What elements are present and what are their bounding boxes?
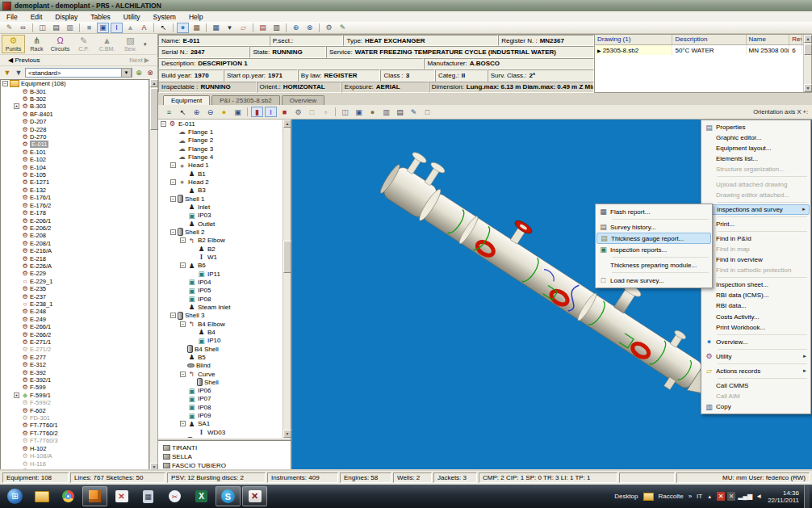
barrel-icon[interactable]: ● — [366, 107, 379, 117]
new-window-icon[interactable]: ◫ — [36, 23, 48, 33]
equipment-item-e-101[interactable]: −⚙E-101 — [1, 149, 149, 156]
structure-tree-scrollbar[interactable]: ▲ ▼ — [283, 120, 291, 438]
scrollbar-thumb[interactable] — [804, 44, 812, 55]
equipment-item-e-218[interactable]: −⚙E-218 — [1, 254, 149, 262]
structure-item-shell-1[interactable]: −Shell 1 — [158, 195, 283, 203]
structure-item-ip08[interactable]: −▣IP08 — [158, 403, 283, 411]
column-header-name[interactable]: Name — [747, 35, 790, 44]
equipment-item-e-237[interactable]: −⚙E-237 — [1, 292, 149, 300]
yellow-frame-icon[interactable]: □ — [306, 107, 318, 117]
menu-item-thickness-preparing-module[interactable]: Thickness preparing module... — [596, 259, 711, 271]
menu-item-load-new-survey[interactable]: □Load new survey... — [596, 275, 711, 286]
equipment-item-b-303[interactable]: +⚙B-303 — [1, 103, 149, 110]
antivirus-tray-icon[interactable]: ✕ — [727, 492, 735, 501]
menu-item-graphic-editor[interactable]: Graphic editor... — [702, 132, 810, 143]
zoom-in-icon[interactable]: ⊕ — [190, 107, 203, 117]
menu-item-print-workbook[interactable]: Print Workbook... — [702, 322, 810, 333]
drawing-row[interactable]: ▶25305-8.sb250°C WATERMN 25308 0086 — [595, 45, 811, 55]
raccolte-folder-icon[interactable] — [643, 493, 654, 501]
select-cursor-icon[interactable]: ↖ — [157, 23, 170, 33]
structure-item-flange-2[interactable]: −☁Flange 2 — [158, 136, 283, 145]
sync-remove-icon[interactable]: ⊗ — [145, 69, 155, 77]
mode-sew-button[interactable]: ▨Sew. — [119, 35, 142, 53]
scroll-down-icon[interactable]: ▼ — [283, 430, 291, 438]
structure-item-sa1[interactable]: −♟SA1 — [158, 420, 283, 428]
structure-item-wd03[interactable]: −IWD03 — [158, 428, 283, 436]
toolbar-overflow-chevron[interactable]: » — [689, 493, 692, 500]
structure-item-b2[interactable]: −♟B2 — [158, 245, 283, 253]
menu-item-equipment-layout[interactable]: Equipment layout... — [702, 143, 810, 153]
structure-item-ip09[interactable]: −▣IP09 — [158, 411, 283, 419]
menu-item-help[interactable]: Help — [182, 13, 209, 21]
print-report-icon[interactable]: ▤ — [257, 23, 269, 33]
menu-item-display[interactable]: Display — [48, 13, 84, 21]
structure-item-b6[interactable]: −♟B6 — [158, 262, 283, 270]
filter-select[interactable]: <standard> ▼ — [25, 68, 132, 78]
weld-ibeam-icon[interactable]: I — [265, 107, 277, 117]
dashed-frame-icon[interactable]: ▫ — [320, 107, 332, 117]
equipment-item-d-270[interactable]: −⚙D-270 — [1, 133, 149, 141]
marker-a-icon[interactable]: A — [138, 23, 150, 33]
clock[interactable]: 14:36 22/11/2011 — [768, 489, 799, 504]
expander-icon[interactable]: − — [170, 179, 176, 185]
find-binoculars-icon[interactable]: ∞ — [17, 23, 29, 33]
structure-item-b4-shell[interactable]: −B4 Shell — [158, 345, 283, 353]
equipment-item-e-238-1[interactable]: −○E-238_1 — [1, 300, 149, 308]
equipment-item-e-105[interactable]: −⚙E-105 — [1, 171, 149, 178]
menu-item-inspection-sheet[interactable]: Inspection sheet... — [702, 279, 810, 290]
window-gear-icon[interactable]: ⚙ — [323, 23, 335, 33]
equipment-item-e-176-1[interactable]: −⚙E-176/1 — [1, 194, 149, 201]
equipment-item-h-102[interactable]: −⚙H-102 — [1, 445, 149, 452]
mode-overflow-caret-icon[interactable]: ▾ — [144, 41, 147, 48]
edit-doc-icon[interactable]: ✎ — [408, 107, 420, 117]
explorer-taskbar-button[interactable] — [29, 486, 54, 506]
column-header-rev[interactable]: Rev. — [789, 35, 802, 44]
red-box-icon[interactable]: ■ — [278, 107, 291, 117]
structure-item-curve[interactable]: −↰Curve — [158, 370, 283, 378]
structure-item-head-1[interactable]: −●Head 1 — [158, 162, 283, 170]
equipment-item-e-176-2[interactable]: −⚙E-176/2 — [1, 202, 149, 209]
exit-view-icon[interactable]: ▮ — [251, 107, 263, 117]
structure-item-outlet[interactable]: −♟Outlet — [158, 220, 283, 228]
scrollbar-thumb[interactable] — [283, 241, 291, 273]
equipment-item-e-271-2[interactable]: −⚙E-271/2 — [1, 346, 149, 353]
structure-item-head-2[interactable]: −●Head 2 — [158, 178, 283, 186]
scrollbar-thumb[interactable] — [150, 88, 158, 130]
component-item-sella[interactable]: SELLA — [163, 452, 291, 461]
equipment-item-d-207[interactable]: −⚙D-207 — [1, 118, 149, 125]
structure-item-b3[interactable]: −♟B3 — [158, 187, 283, 195]
volume-tray-icon[interactable]: ◄ — [755, 492, 763, 501]
mode-rack-button[interactable]: ⋔Rack — [25, 35, 48, 53]
select-arrow-icon[interactable]: ↖ — [177, 107, 189, 117]
desktop-toolbar-label[interactable]: Desktop — [614, 493, 638, 500]
equipment-item-e-208-1[interactable]: −⚙E-208/1 — [1, 240, 149, 247]
mode-c-bm-button[interactable]: ▲C.BM. — [95, 35, 119, 53]
xapp-taskbar-button[interactable] — [242, 486, 267, 506]
menu-item-copy[interactable]: ▥Copy — [702, 401, 810, 412]
mode-c-p-button[interactable]: ✎C.P. — [72, 35, 95, 53]
raccolte-label[interactable]: Raccolte — [659, 493, 684, 500]
edit-document-icon[interactable]: ✎ — [3, 23, 15, 33]
sync-add-icon[interactable]: ⊕ — [134, 69, 144, 77]
tab-overview[interactable]: Overview — [282, 95, 324, 105]
structure-item-b5[interactable]: −♟B5 — [158, 353, 283, 361]
structure-item-b4-elbow[interactable]: −↰B4 Elbow — [158, 320, 283, 328]
menu-item-flash-report[interactable]: ▦Flash report... — [596, 206, 711, 217]
menu-item-call-cmms[interactable]: Call CMMS — [702, 380, 810, 391]
equipment-item-e-277[interactable]: −⚙E-277 — [1, 354, 149, 361]
equipment-item-e-266-1[interactable]: −⚙E-266/1 — [1, 323, 149, 330]
equipment-item-e-271-1[interactable]: −⚙E-271/1 — [1, 338, 149, 346]
cube-taskbar-button[interactable] — [82, 486, 107, 506]
structure-item-ip10[interactable]: −▣IP10 — [158, 337, 283, 345]
expander-icon[interactable]: − — [170, 196, 176, 202]
equipment-item-e-216-a[interactable]: −⚙E-216/A — [1, 247, 149, 254]
structure-item-shell-2[interactable]: −Shell 2 — [158, 228, 283, 236]
globe-icon[interactable]: ● — [177, 23, 189, 33]
cone-icon[interactable]: ▲ — [124, 23, 136, 33]
structure-item-ip11[interactable]: −▣IP11 — [158, 270, 283, 278]
columns-book-icon[interactable]: ▥ — [380, 107, 392, 117]
expander-icon[interactable]: − — [180, 262, 186, 268]
equipment-item-e-206-2[interactable]: −⚙E-206/2 — [1, 225, 149, 232]
equipment-item-e-235[interactable]: −⚙E-235 — [1, 285, 149, 292]
tab-p-i-25305-8-sb2[interactable]: P&I - 25305-8.sb2 — [211, 95, 279, 105]
